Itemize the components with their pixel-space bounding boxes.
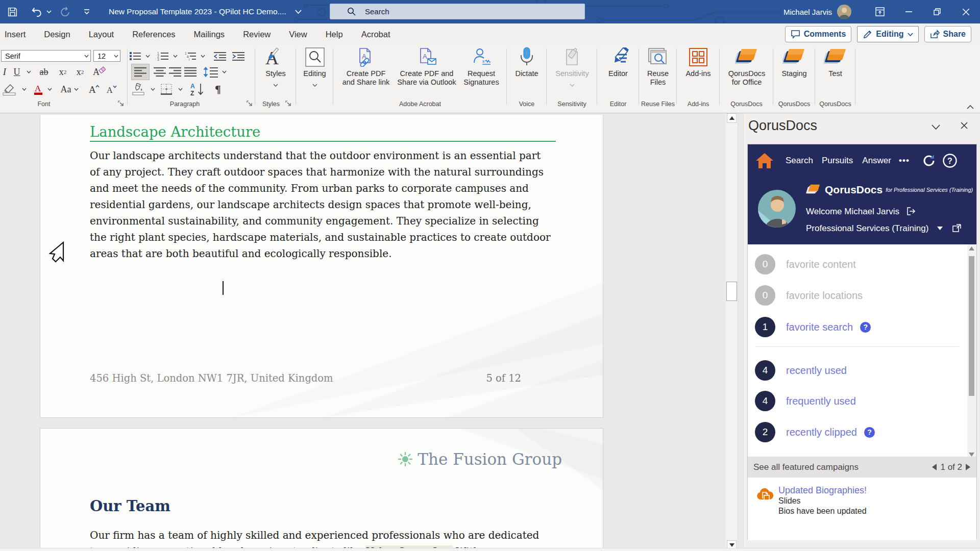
org-selector[interactable]: Professional Services (Training) [806,223,961,234]
nav-more-icon[interactable]: ••• [899,156,910,166]
item-label[interactable]: recently used [786,365,847,377]
highlight-color-button[interactable] [0,82,19,96]
staging-button[interactable]: Staging [777,47,812,78]
clear-formatting-button[interactable]: A [91,65,107,79]
comments-button[interactable]: Comments [785,26,852,42]
highlight-color-chevron-icon[interactable] [20,82,28,96]
minimize-button[interactable] [894,0,923,23]
campaign-prev-icon[interactable] [932,464,937,470]
line-spacing-chevron-icon[interactable] [220,64,228,80]
home-icon[interactable] [755,152,774,169]
grow-font-button[interactable]: A [87,82,101,96]
change-case-button[interactable]: Aa [57,82,75,96]
paragraph-dialog-launcher-icon[interactable] [247,100,254,107]
task-pane-close-icon[interactable] [961,122,968,131]
strikethrough-button[interactable]: ab [36,65,52,79]
tab-design[interactable]: Design [43,23,70,45]
borders-chevron-icon[interactable] [177,82,184,96]
multilevel-list-chevron-icon[interactable] [199,50,206,62]
tab-help[interactable]: Help [325,23,344,45]
scroll-up-button[interactable] [727,113,737,123]
subscript-button[interactable]: x2 [55,65,70,79]
line-spacing-button[interactable] [202,64,219,80]
font-dialog-launcher-icon[interactable] [118,100,125,107]
numbering-button[interactable]: 123 [156,50,169,62]
superscript-button[interactable]: x2 [72,65,88,79]
item-label[interactable]: favorite search [786,321,853,333]
borders-button[interactable] [158,82,175,96]
favorites-item-recently-used[interactable]: 4recently used [755,360,847,381]
reuse-files-button[interactable]: ReuseFiles [641,47,675,87]
item-help-icon[interactable]: ? [860,322,871,333]
tab-view[interactable]: View [288,23,307,45]
page1-body-text[interactable]: Our landscape architects understand that… [90,147,600,262]
sign-out-icon[interactable] [907,207,916,215]
ribbon-display-options-icon[interactable] [866,0,894,23]
create-pdf-share-link-button[interactable]: A Create PDFand Share link [337,47,395,87]
font-color-button[interactable]: A [32,82,45,96]
document-scrollbar-thumb[interactable] [726,282,737,301]
see-all-campaigns-link[interactable]: See all featured campaigns [753,462,859,472]
favorites-item-favorite-search[interactable]: 1favorite search? [755,317,871,337]
page2-body-text[interactable]: Our firm has a team of highly skilled an… [90,527,600,551]
document-scrollbar-track[interactable] [726,113,738,551]
quick-access-customize-icon[interactable] [78,3,95,20]
favorites-item-frequently-used[interactable]: 4frequently used [755,391,856,411]
user-avatar[interactable] [837,5,851,19]
help-icon[interactable]: ? [943,154,957,168]
test-button[interactable]: Test [818,47,852,78]
add-ins-button[interactable]: Add-ins [681,47,716,78]
item-label[interactable]: recently clipped [786,427,857,438]
favorites-item-recently-clipped[interactable]: 2recently clipped? [755,422,875,442]
pane-scrollbar-thumb[interactable] [969,256,974,396]
item-help-icon[interactable]: ? [864,427,875,438]
campaign-next-icon[interactable] [966,464,970,470]
bullets-button[interactable] [129,50,142,62]
decrease-indent-button[interactable] [212,50,228,62]
close-button[interactable] [951,0,980,23]
document-canvas[interactable]: Landscape Architecture Our landscape arc… [0,113,738,551]
pane-scroll-down-icon[interactable] [969,453,974,457]
tab-acrobat[interactable]: Acrobat [361,23,391,45]
font-color-chevron-icon[interactable] [46,82,53,96]
italic-button[interactable]: I [0,65,9,79]
bullets-chevron-icon[interactable] [144,50,151,62]
search-box[interactable]: Search [330,4,585,19]
document-scrollbar[interactable] [738,113,743,551]
font-size-combobox[interactable]: 12 [93,50,120,62]
nav-pursuits[interactable]: Pursuits [822,156,853,166]
tab-mailings[interactable]: Mailings [193,23,226,45]
styles-dialog-launcher-icon[interactable] [285,100,292,107]
qpilot-refresh-icon[interactable] [922,154,936,168]
collapse-ribbon-icon[interactable] [967,102,974,111]
campaign-item[interactable]: Updated Biographies! Slides Bios have be… [748,478,976,540]
shading-button[interactable] [131,82,147,96]
paragraph-mark-button[interactable]: ¶ [210,82,226,96]
pane-scrollbar[interactable] [967,244,976,459]
align-center-button[interactable] [152,64,167,80]
pane-scroll-up-icon[interactable] [969,246,974,251]
request-signatures-button[interactable]: x RequestSignatures [459,47,504,87]
create-pdf-share-outlook-button[interactable]: A Create PDF andShare via Outlook [397,47,457,87]
tab-insert[interactable]: Insert [4,23,26,45]
sort-button[interactable]: AZ [189,82,206,96]
task-pane-options-chevron-icon[interactable] [932,122,940,132]
nav-answer[interactable]: Answer [862,156,891,166]
campaign-title-link[interactable]: Updated Biographies! [778,485,867,496]
underline-button[interactable]: U [11,65,22,79]
save-icon[interactable] [4,3,21,20]
undo-icon[interactable] [28,3,45,20]
editor-button[interactable]: Editor [601,47,635,78]
editing-mode-button[interactable]: Editing [857,26,918,42]
multilevel-list-button[interactable]: 1ai [184,50,197,62]
tab-review[interactable]: Review [242,23,271,45]
increase-indent-button[interactable] [231,50,246,62]
dictate-button[interactable]: Dictate [509,47,544,78]
share-button[interactable]: Share [924,26,971,42]
title-dropdown-chevron[interactable] [295,0,302,23]
align-left-button[interactable] [132,64,149,80]
document-page-1[interactable]: Landscape Architecture Our landscape arc… [40,115,603,418]
restore-button[interactable] [923,0,951,23]
shading-chevron-icon[interactable] [149,82,156,96]
tab-references[interactable]: References [132,23,176,45]
